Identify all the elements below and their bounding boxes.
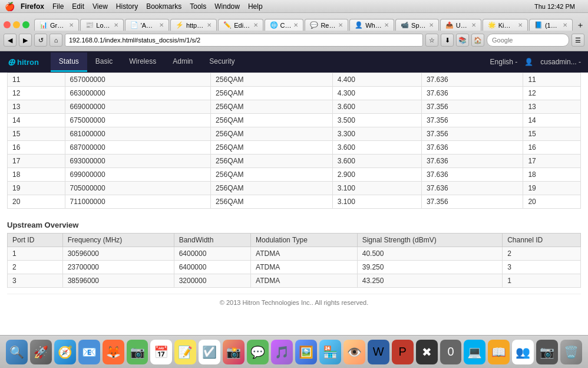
tab-replyto[interactable]: 💬Reply to...✕ (305, 19, 348, 31)
downstream-cell-snr: 37.356 (421, 127, 523, 141)
menu-history[interactable]: History (116, 2, 138, 11)
upstream-cell-modulation: ATDMA (251, 274, 358, 288)
downstream-table: 11657000000256QAM4.40037.636111266300000… (7, 73, 581, 209)
tab-sha[interactable]: 📘(11) Sha...✕ (529, 19, 573, 31)
downstream-cell-channel: 20 (523, 195, 581, 209)
dock-firefox[interactable]: 🦊 (103, 340, 124, 364)
app-menu-firefox[interactable]: Firefox (21, 2, 44, 11)
refresh-btn[interactable]: ↺ (34, 34, 47, 47)
user-menu[interactable]: cusadmin... - (540, 58, 581, 66)
nav-right: English - 👤 cusadmin... - (490, 58, 581, 66)
upstream-cell-signal: 40.500 (357, 247, 503, 261)
tab-spreecast[interactable]: 📹Spreecast✕ (395, 19, 439, 31)
downstream-row: 13669000000256QAM3.60037.35613 (8, 100, 581, 114)
dock-stickies[interactable]: 📝 (174, 340, 196, 364)
menu-help[interactable]: Help (248, 2, 263, 11)
home-btn[interactable]: ⌂ (49, 34, 62, 47)
downstream-cell-channel: 12 (523, 87, 581, 100)
menu-bookmarks[interactable]: Bookmarks (146, 2, 181, 11)
tab-whocan[interactable]: 👤Who can...✕ (349, 19, 394, 31)
footer-text: © 2013 Hitron Technologies Inc.. All rig… (220, 299, 368, 306)
url-bar[interactable] (65, 34, 423, 47)
forward-btn[interactable]: ▶ (19, 34, 32, 47)
downstream-cell-power: 4.300 (332, 87, 421, 100)
new-tab-btn[interactable]: ＋ (576, 20, 584, 31)
dock-camera[interactable]: 📷 (536, 340, 558, 364)
downstream-cell-modulation: 256QAM (211, 73, 333, 87)
downstream-row: 12663000000256QAM4.30037.63612 (8, 87, 581, 100)
dock-x[interactable]: ✖ (416, 340, 438, 364)
dock-iphoto[interactable]: 🖼️ (295, 340, 317, 364)
tab-kimkard[interactable]: 🌟Kim Kard...✕ (483, 19, 528, 31)
dock-facetime[interactable]: 📷 (127, 340, 148, 364)
dock-calendar[interactable]: 📅 (150, 340, 172, 364)
menu-edit[interactable]: Edit (72, 2, 84, 11)
tab-losang[interactable]: 📰Los Ang...✕ (80, 19, 123, 31)
downstream-cell-freq: 657000000 (65, 73, 211, 87)
downstream-cell-snr: 37.636 (421, 182, 523, 195)
tab-security[interactable]: Security (201, 52, 243, 72)
dock-trash[interactable]: 🗑️ (560, 340, 582, 364)
dock-launchpad[interactable]: 🚀 (30, 340, 52, 364)
upstream-cell-channel: 1 (503, 274, 581, 288)
download-btn[interactable]: ⬇ (441, 34, 454, 47)
language-selector[interactable]: English - (490, 58, 518, 66)
downstream-cell-snr: 37.356 (421, 100, 523, 114)
downstream-cell-power: 3.100 (332, 195, 421, 209)
dock-contacts[interactable]: 👥 (512, 340, 534, 364)
window-maximize-btn[interactable] (22, 21, 29, 28)
downstream-cell-modulation: 256QAM (211, 155, 333, 168)
logo-icon: ⊕ (7, 57, 15, 68)
window-minimize-btn[interactable] (13, 21, 20, 28)
tab-graphics[interactable]: 📊Graphics...✕ (34, 19, 79, 31)
tab-basic[interactable]: Basic (87, 52, 121, 72)
window-close-btn[interactable] (4, 21, 11, 28)
tab-http[interactable]: ⚡http://...ndal✕ (170, 19, 217, 31)
dock-messages[interactable]: 💬 (247, 340, 269, 364)
tab-wireless[interactable]: Wireless (121, 52, 164, 72)
back-btn[interactable]: ◀ (4, 34, 16, 47)
upstream-cell-bandwidth: 6400000 (174, 247, 250, 261)
downstream-cell-power: 3.100 (332, 182, 421, 195)
star-btn[interactable]: ☆ (425, 34, 438, 47)
upstream-cell-bandwidth: 3200000 (174, 274, 250, 288)
downstream-row: 17693000000256QAM3.60037.63617 (8, 155, 581, 168)
downstream-cell-modulation: 256QAM (211, 87, 333, 100)
menu-btn[interactable]: ☰ (572, 34, 584, 47)
dock-finder[interactable]: 🔍 (6, 340, 28, 364)
menu-tools[interactable]: Tools (190, 2, 206, 11)
browser-chrome: 📊Graphics...✕ 📰Los Ang...✕ 📄'America...✕… (0, 13, 588, 51)
apple-menu[interactable]: 🍎 (5, 2, 15, 11)
dock-ibooks[interactable]: 📖 (488, 340, 510, 364)
downstream-cell-power: 2.900 (332, 168, 421, 182)
downstream-cell-snr: 37.636 (421, 168, 523, 182)
tab-cgn3[interactable]: 🌐CGN3...✕ (265, 19, 304, 31)
dock-photos[interactable]: 📸 (223, 340, 245, 364)
dock-appstore[interactable]: 🏪 (319, 340, 341, 364)
dock-reminders[interactable]: ☑️ (199, 340, 220, 364)
downstream-cell-freq: 669000000 (65, 100, 211, 114)
tab-upload[interactable]: 📤Upload...✕ (440, 19, 481, 31)
dock-0[interactable]: 0 (440, 340, 462, 364)
downstream-cell-power: 3.600 (332, 141, 421, 155)
menu-view[interactable]: View (93, 2, 108, 11)
dock-word[interactable]: W (368, 340, 389, 364)
menu-file[interactable]: File (52, 2, 64, 11)
dock-powerpoint[interactable]: P (392, 340, 414, 364)
upstream-section-title: Upstream Overview (7, 215, 581, 233)
search-input[interactable] (487, 34, 569, 47)
dock-mail[interactable]: 📧 (78, 340, 100, 364)
bookmark-btn[interactable]: 📚 (456, 34, 469, 47)
upstream-row: 1305960006400000ATDMA40.5002 (8, 247, 581, 261)
dock-preview[interactable]: 👁️ (343, 340, 365, 364)
tab-editpost[interactable]: ✏️Edit Post...✕ (218, 19, 263, 31)
home-btn2[interactable]: 🏠 (471, 34, 484, 47)
dock-skype[interactable]: 💻 (464, 340, 485, 364)
menu-window[interactable]: Window (214, 2, 240, 11)
dock-itunes[interactable]: 🎵 (271, 340, 293, 364)
upstream-header: Frequency (MHz) (62, 234, 174, 247)
tab-america[interactable]: 📄'America...✕ (125, 19, 169, 31)
tab-admin[interactable]: Admin (164, 52, 201, 72)
dock-safari[interactable]: 🧭 (54, 340, 76, 364)
tab-status[interactable]: Status (51, 52, 87, 72)
